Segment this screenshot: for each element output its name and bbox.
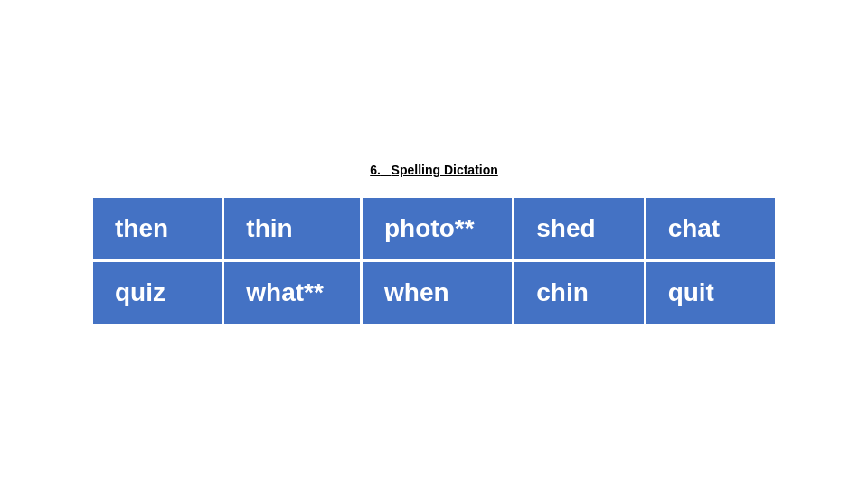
- table-row: quizwhat**whenchinquit: [92, 260, 777, 324]
- cell-r0-c1: thin: [223, 196, 362, 260]
- section-label: Spelling Dictation: [392, 163, 498, 177]
- table-row: thenthinphoto**shedchat: [92, 196, 777, 260]
- cell-r1-c0: quiz: [92, 260, 223, 324]
- cell-r0-c0: then: [92, 196, 223, 260]
- page-container: 6. Spelling Dictation thenthinphoto**she…: [0, 0, 868, 488]
- section-title: 6. Spelling Dictation: [370, 163, 498, 177]
- cell-r1-c2: when: [362, 260, 514, 324]
- cell-r0-c3: shed: [514, 196, 645, 260]
- cell-r0-c4: chat: [645, 196, 776, 260]
- section-number: 6.: [370, 163, 381, 177]
- cell-r1-c1: what**: [223, 260, 362, 324]
- cell-r1-c3: chin: [514, 260, 645, 324]
- cell-r1-c4: quit: [645, 260, 776, 324]
- spelling-grid: thenthinphoto**shedchatquizwhat**whenchi…: [90, 195, 778, 326]
- cell-r0-c2: photo**: [362, 196, 514, 260]
